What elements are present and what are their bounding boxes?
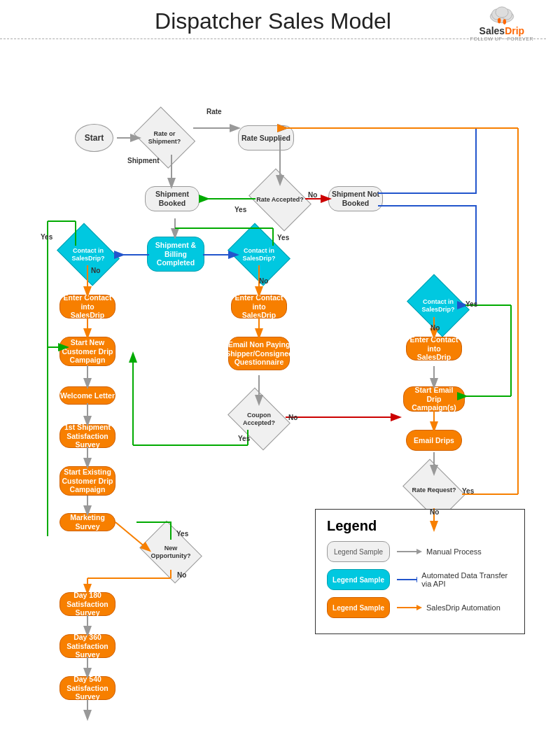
day360-node: Day 360 Satisfaction Survey [59,634,115,658]
enter-contact-left-node: Enter Contact into SalesDrip [59,295,115,318]
start-existing-customer-node: Start Existing Customer Drip Campaign [59,466,115,496]
contact-salesdrip-left-diamond: Contact in SalesDrip? [63,235,113,274]
legend-title: Legend [327,518,513,534]
enter-contact-right-node: Enter Contact into SalesDrip [406,337,462,360]
no-contact-mid: No [259,277,268,285]
header: Dispatcher Sales Model SalesDrip FOLLOW … [0,0,546,39]
shipment-label: Shipment [127,157,160,164]
logo-icon [489,6,515,25]
coupon-accepted-diamond: Coupon Accepted? [234,400,284,438]
no-contact-right: No [430,324,440,332]
legend-row-salesdrip: Legend Sample SalesDrip Automation [327,597,513,618]
rate-supplied-node: Rate Supplied [238,125,294,150]
start-email-drip-node: Start Email Drip Campaign(s) [403,386,465,412]
yes-contact-left: Yes [41,233,52,241]
legend-row-manual: Legend Sample Manual Process [327,541,513,562]
no-new-opp: No [177,571,186,579]
legend-sample-gray: Legend Sample [327,541,390,562]
legend-sample-orange: Legend Sample [327,597,390,618]
page-title: Dispatcher Sales Model [155,8,391,34]
yes-rate-request: Yes [462,487,474,495]
welcome-letter-node: Welcome Letter [59,386,115,405]
rate-request-diamond: Rate Request? [409,471,459,510]
logo-text: SalesDrip [479,25,525,36]
rate-accepted-diamond: Rate Accepted? [255,181,305,219]
svg-point-3 [496,7,508,18]
rate-label: Rate [206,108,222,115]
no-coupon: No [288,414,298,421]
marketing-survey-node: Marketing Survey [59,513,115,531]
yes-coupon: Yes [238,435,250,442]
svg-marker-57 [416,605,422,610]
logo-sub: FOLLOW UP · FOREVER [470,36,533,41]
day180-node: Day 180 Satisfaction Survey [59,592,115,616]
email-non-paying-node: Email Non Paying Shipper/Consignee Quest… [228,337,290,370]
yes-new-opp: Yes [176,530,188,538]
yes-rate-accepted: Yes [234,206,246,214]
manual-process-arrow [397,546,422,557]
rate-or-shipment-diamond: Rate or Shipment? [140,118,189,157]
shipment-booked-node: Shipment Booked [145,186,200,211]
no-rate-accepted: No [308,191,317,199]
logo: SalesDrip FOLLOW UP · FOREVER [470,6,533,41]
no-contact-left: No [91,267,100,274]
legend-row-api: Legend Sample Automated Data Transfer vi… [327,569,513,590]
start-node: Start [75,124,113,152]
shipment-not-booked-node: Shipment Not Booked [328,186,383,211]
svg-marker-55 [416,577,417,582]
flowchart: Start Rate Rate or Shipment? Shipment Ra… [0,46,546,676]
yes-contact-right: Yes [465,300,477,308]
api-arrow [397,574,417,585]
salesdrip-arrow [397,602,422,613]
contact-salesdrip-right-diamond: Contact in SalesDrip? [413,286,463,325]
day540-node: Day 540 Satisfaction Survey [59,676,115,700]
first-shipment-survey-node: 1st Shipment Satisfaction Survey [59,424,115,448]
svg-point-5 [503,19,506,24]
email-drips-node: Email Drips [406,430,462,451]
legend-box: Legend Legend Sample Manual Process Lege… [315,509,525,634]
enter-contact-mid-node: Enter Contact into SalesDrip [231,295,287,318]
new-opportunity-diamond: New Opportunity? [146,533,196,571]
svg-marker-53 [416,549,422,554]
legend-sample-cyan: Legend Sample [327,569,390,590]
no-rate-request: No [430,508,439,516]
start-new-customer-node: Start New Customer Drip Campaign [59,337,115,366]
svg-point-4 [498,18,501,24]
yes-contact-mid: Yes [277,234,289,241]
shipment-billing-node: Shipment & Billing Completed [147,237,204,272]
